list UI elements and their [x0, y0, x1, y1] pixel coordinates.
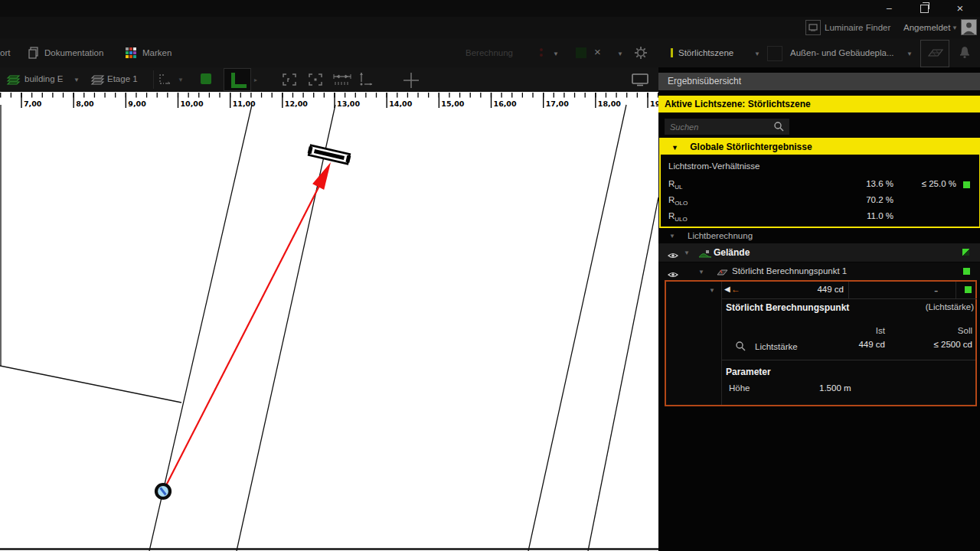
- ratio-value: 11.0 %: [848, 211, 893, 220]
- direction-arrow-icon[interactable]: ←: [731, 284, 740, 295]
- light-scene-chevron-down-icon[interactable]: ▼: [754, 51, 760, 57]
- section-divider: [722, 360, 975, 360]
- tree-item-calc-point-label: Störlicht Berechnungspunkt 1: [732, 266, 847, 276]
- calculation-surface-button[interactable]: [920, 40, 949, 67]
- close-button[interactable]: ×: [949, 1, 972, 16]
- terrain-collapse-icon[interactable]: ▼: [684, 249, 690, 256]
- tree-item-lichtberechnung[interactable]: Lichtberechnung: [688, 231, 753, 240]
- tree-row-terrain[interactable]: ▼ Gelände: [658, 243, 980, 262]
- minimize-button[interactable]: −: [877, 1, 900, 16]
- global-results-title: Globale Störlichtergebnisse: [681, 142, 812, 152]
- svg-text:16,00: 16,00: [494, 99, 517, 108]
- tree-item-terrain-label: Gelände: [714, 247, 750, 258]
- ratio-limit: ≤ 25.0 %: [904, 179, 956, 188]
- corner-tool-button-selected[interactable]: [224, 68, 251, 91]
- menu-item-dokumentation[interactable]: Dokumentation: [44, 48, 103, 57]
- ratio-label: ROLO: [668, 195, 688, 207]
- cancel-x-icon[interactable]: ×: [594, 45, 601, 58]
- building-chevron-down-icon[interactable]: ▼: [74, 77, 80, 83]
- svg-text:14,00: 14,00: [389, 99, 412, 108]
- svg-text:12,00: 12,00: [285, 99, 308, 108]
- floor-stack-icon: [90, 73, 106, 89]
- svg-text:18,00: 18,00: [598, 99, 621, 108]
- select-center-icon[interactable]: [308, 73, 323, 90]
- svg-text:17,00: 17,00: [546, 99, 569, 108]
- ratio-label: RULO: [668, 211, 688, 223]
- ratio-value: 13.6 %: [848, 179, 893, 188]
- status-ok-indicator: [965, 286, 972, 293]
- selected-dash: -: [934, 284, 938, 298]
- building-stack-icon: [6, 73, 21, 89]
- add-crosshair-icon[interactable]: [401, 70, 421, 93]
- light-scene-color-bar: [671, 48, 673, 57]
- viewbar: building E ▼ Etage 1 ▼ ▸: [0, 67, 658, 92]
- monitor-view-icon[interactable]: [631, 72, 649, 90]
- visibility-eye-icon[interactable]: [668, 249, 678, 262]
- search-icon[interactable]: [773, 121, 785, 135]
- planning-mode-chevron-down-icon[interactable]: ▼: [906, 51, 913, 57]
- detail-title: Störlicht Berechnungspunkt: [726, 302, 849, 313]
- documentation-icon: [28, 47, 40, 62]
- light-scene-selector[interactable]: Störlichtszene: [678, 48, 733, 57]
- search-input[interactable]: [665, 119, 789, 135]
- svg-text:10,00: 10,00: [181, 99, 204, 108]
- titlebar: − ×: [0, 0, 980, 17]
- parameter-name: Höhe: [729, 383, 750, 393]
- row-divider: [721, 298, 977, 299]
- site-plan-canvas[interactable]: 7,008,009,0010,0011,0012,0013,0014,0015,…: [0, 92, 658, 551]
- floor-selector[interactable]: Etage 1: [107, 74, 138, 83]
- collapse-triangle-icon[interactable]: ▼: [661, 144, 678, 152]
- surface-tool-button[interactable]: [201, 73, 211, 84]
- toolbar-chevron-down-icon[interactable]: ▼: [617, 51, 623, 57]
- tool-expand-icon[interactable]: ▸: [254, 77, 257, 83]
- tree-row-calc-point[interactable]: ▼ Störlicht Berechnungspunkt 1: [658, 262, 980, 280]
- restore-button[interactable]: [920, 5, 929, 13]
- reference-chevron-down-icon[interactable]: ▼: [178, 77, 184, 83]
- avatar[interactable]: [961, 19, 977, 35]
- account-chevron-down-icon[interactable]: ▼: [952, 24, 958, 31]
- settings-gear-icon[interactable]: [634, 46, 648, 63]
- selected-result-block[interactable]: ▼ ◀ ← 449 cd - Störlicht Berechnungspunk…: [665, 280, 977, 406]
- svg-text:7,00: 7,00: [24, 99, 42, 108]
- topbar: Luminaire Finder Angemeldet ▼: [0, 17, 980, 38]
- calc-group-collapse-icon[interactable]: ▼: [669, 233, 675, 240]
- select-corner-icon[interactable]: [282, 73, 297, 90]
- notifications-bell-icon[interactable]: [957, 44, 972, 63]
- intensity-search-icon[interactable]: [735, 341, 746, 355]
- selected-value: 449 cd: [796, 285, 844, 294]
- col-header-soll: Soll: [903, 326, 972, 335]
- measure-horizontal-icon[interactable]: [332, 72, 352, 90]
- direction-back-icon[interactable]: ◀: [724, 285, 730, 293]
- col-header-ist: Ist: [835, 326, 885, 335]
- tab-export-truncated[interactable]: ort: [0, 48, 10, 57]
- results-panel-title: Ergebnisübersicht: [658, 73, 980, 90]
- svg-text:13,00: 13,00: [337, 99, 360, 108]
- selected-collapse-icon[interactable]: ▼: [709, 287, 715, 294]
- planning-mode-selector[interactable]: Außen- und Gebäudepla...: [790, 48, 894, 57]
- metric-target-value: ≤ 2500 cd: [903, 340, 972, 349]
- luminaire-finder-icon[interactable]: [805, 20, 821, 35]
- application-window: − × Luminaire Finder Angemeldet ▼ ort Do…: [0, 0, 980, 551]
- cell-divider: [956, 282, 956, 298]
- parameter-title: Parameter: [726, 367, 771, 377]
- calc-point-collapse-icon[interactable]: ▼: [698, 269, 704, 276]
- metric-actual-value: 449 cd: [835, 340, 885, 349]
- ratio-group-label: Lichtstrom-Verhältnisse: [668, 161, 760, 171]
- calculation-chevron-down-icon[interactable]: ▼: [553, 51, 559, 57]
- parameter-value: 1.500 m: [819, 383, 851, 393]
- terrain-icon: [698, 248, 712, 262]
- global-results-header[interactable]: ▼ Globale Störlichtergebnisse: [661, 139, 979, 155]
- calculation-status-icon: [536, 46, 547, 63]
- active-scene-banner: Aktive Lichtszene: Störlichtszene: [658, 96, 980, 112]
- reference-point-icon[interactable]: [158, 73, 175, 90]
- calculation-button-disabled[interactable]: Berechnung: [466, 48, 513, 57]
- svg-text:8,00: 8,00: [76, 99, 94, 108]
- svg-text:15,00: 15,00: [441, 99, 464, 108]
- measure-vertical-icon[interactable]: [357, 71, 375, 91]
- indent-divider: [721, 282, 722, 405]
- signed-in-label[interactable]: Angemeldet: [903, 23, 950, 32]
- building-selector[interactable]: building E: [24, 74, 64, 83]
- luminaire-finder-label[interactable]: Luminaire Finder: [825, 23, 890, 32]
- svg-text:19,00: 19,00: [650, 99, 658, 108]
- menu-item-marken[interactable]: Marken: [142, 48, 172, 57]
